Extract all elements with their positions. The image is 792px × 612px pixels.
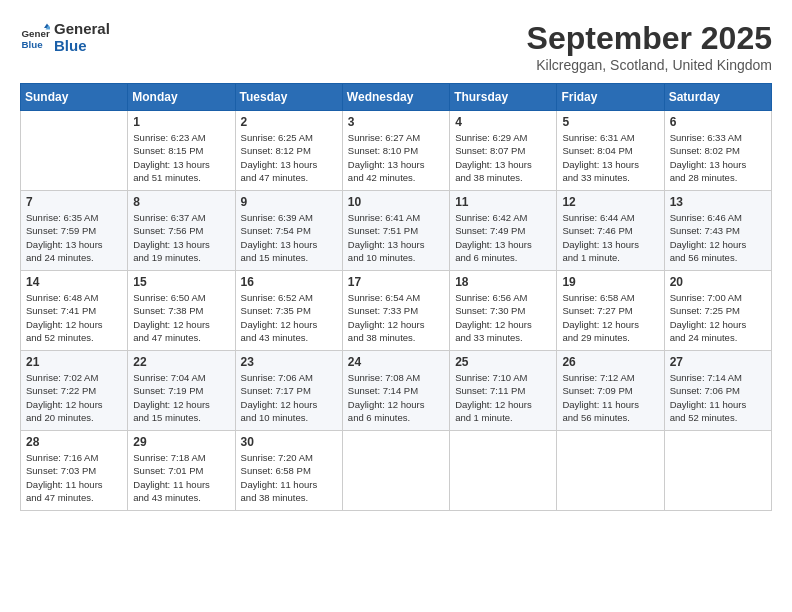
day-number: 8 <box>133 195 229 209</box>
day-number: 14 <box>26 275 122 289</box>
calendar-day-cell: 3Sunrise: 6:27 AM Sunset: 8:10 PM Daylig… <box>342 111 449 191</box>
day-info: Sunrise: 6:37 AM Sunset: 7:56 PM Dayligh… <box>133 211 229 264</box>
calendar-day-cell <box>450 431 557 511</box>
day-info: Sunrise: 6:54 AM Sunset: 7:33 PM Dayligh… <box>348 291 444 344</box>
day-number: 7 <box>26 195 122 209</box>
day-number: 21 <box>26 355 122 369</box>
calendar-day-cell: 20Sunrise: 7:00 AM Sunset: 7:25 PM Dayli… <box>664 271 771 351</box>
day-info: Sunrise: 7:12 AM Sunset: 7:09 PM Dayligh… <box>562 371 658 424</box>
calendar-day-cell: 13Sunrise: 6:46 AM Sunset: 7:43 PM Dayli… <box>664 191 771 271</box>
weekday-header-cell: Saturday <box>664 84 771 111</box>
day-number: 29 <box>133 435 229 449</box>
day-number: 6 <box>670 115 766 129</box>
weekday-header-cell: Friday <box>557 84 664 111</box>
day-number: 27 <box>670 355 766 369</box>
calendar-day-cell <box>342 431 449 511</box>
month-title: September 2025 <box>527 20 772 57</box>
day-info: Sunrise: 7:14 AM Sunset: 7:06 PM Dayligh… <box>670 371 766 424</box>
calendar-day-cell: 5Sunrise: 6:31 AM Sunset: 8:04 PM Daylig… <box>557 111 664 191</box>
location: Kilcreggan, Scotland, United Kingdom <box>527 57 772 73</box>
calendar-day-cell: 8Sunrise: 6:37 AM Sunset: 7:56 PM Daylig… <box>128 191 235 271</box>
day-info: Sunrise: 6:33 AM Sunset: 8:02 PM Dayligh… <box>670 131 766 184</box>
calendar-week-row: 21Sunrise: 7:02 AM Sunset: 7:22 PM Dayli… <box>21 351 772 431</box>
calendar-day-cell: 23Sunrise: 7:06 AM Sunset: 7:17 PM Dayli… <box>235 351 342 431</box>
calendar-day-cell: 16Sunrise: 6:52 AM Sunset: 7:35 PM Dayli… <box>235 271 342 351</box>
day-number: 16 <box>241 275 337 289</box>
day-info: Sunrise: 6:35 AM Sunset: 7:59 PM Dayligh… <box>26 211 122 264</box>
day-number: 3 <box>348 115 444 129</box>
day-info: Sunrise: 6:29 AM Sunset: 8:07 PM Dayligh… <box>455 131 551 184</box>
calendar-day-cell: 19Sunrise: 6:58 AM Sunset: 7:27 PM Dayli… <box>557 271 664 351</box>
calendar-day-cell: 27Sunrise: 7:14 AM Sunset: 7:06 PM Dayli… <box>664 351 771 431</box>
calendar-day-cell: 4Sunrise: 6:29 AM Sunset: 8:07 PM Daylig… <box>450 111 557 191</box>
day-info: Sunrise: 6:52 AM Sunset: 7:35 PM Dayligh… <box>241 291 337 344</box>
day-info: Sunrise: 7:08 AM Sunset: 7:14 PM Dayligh… <box>348 371 444 424</box>
day-number: 5 <box>562 115 658 129</box>
day-info: Sunrise: 7:16 AM Sunset: 7:03 PM Dayligh… <box>26 451 122 504</box>
day-number: 18 <box>455 275 551 289</box>
day-number: 10 <box>348 195 444 209</box>
calendar-day-cell: 17Sunrise: 6:54 AM Sunset: 7:33 PM Dayli… <box>342 271 449 351</box>
calendar-day-cell <box>557 431 664 511</box>
calendar-day-cell: 1Sunrise: 6:23 AM Sunset: 8:15 PM Daylig… <box>128 111 235 191</box>
day-number: 20 <box>670 275 766 289</box>
calendar-day-cell: 7Sunrise: 6:35 AM Sunset: 7:59 PM Daylig… <box>21 191 128 271</box>
day-info: Sunrise: 7:10 AM Sunset: 7:11 PM Dayligh… <box>455 371 551 424</box>
day-number: 2 <box>241 115 337 129</box>
day-info: Sunrise: 7:20 AM Sunset: 6:58 PM Dayligh… <box>241 451 337 504</box>
day-info: Sunrise: 6:46 AM Sunset: 7:43 PM Dayligh… <box>670 211 766 264</box>
day-info: Sunrise: 6:39 AM Sunset: 7:54 PM Dayligh… <box>241 211 337 264</box>
day-info: Sunrise: 7:02 AM Sunset: 7:22 PM Dayligh… <box>26 371 122 424</box>
day-info: Sunrise: 6:25 AM Sunset: 8:12 PM Dayligh… <box>241 131 337 184</box>
weekday-header-row: SundayMondayTuesdayWednesdayThursdayFrid… <box>21 84 772 111</box>
calendar-day-cell: 6Sunrise: 6:33 AM Sunset: 8:02 PM Daylig… <box>664 111 771 191</box>
calendar-day-cell: 15Sunrise: 6:50 AM Sunset: 7:38 PM Dayli… <box>128 271 235 351</box>
day-number: 15 <box>133 275 229 289</box>
calendar-day-cell: 22Sunrise: 7:04 AM Sunset: 7:19 PM Dayli… <box>128 351 235 431</box>
calendar-day-cell: 18Sunrise: 6:56 AM Sunset: 7:30 PM Dayli… <box>450 271 557 351</box>
weekday-header-cell: Tuesday <box>235 84 342 111</box>
calendar-day-cell: 30Sunrise: 7:20 AM Sunset: 6:58 PM Dayli… <box>235 431 342 511</box>
day-info: Sunrise: 6:56 AM Sunset: 7:30 PM Dayligh… <box>455 291 551 344</box>
calendar-day-cell: 12Sunrise: 6:44 AM Sunset: 7:46 PM Dayli… <box>557 191 664 271</box>
day-info: Sunrise: 6:58 AM Sunset: 7:27 PM Dayligh… <box>562 291 658 344</box>
page-header: General Blue General Blue September 2025… <box>20 20 772 73</box>
day-info: Sunrise: 7:06 AM Sunset: 7:17 PM Dayligh… <box>241 371 337 424</box>
day-info: Sunrise: 6:48 AM Sunset: 7:41 PM Dayligh… <box>26 291 122 344</box>
weekday-header-cell: Thursday <box>450 84 557 111</box>
weekday-header-cell: Monday <box>128 84 235 111</box>
day-number: 19 <box>562 275 658 289</box>
calendar-day-cell: 11Sunrise: 6:42 AM Sunset: 7:49 PM Dayli… <box>450 191 557 271</box>
calendar-day-cell: 25Sunrise: 7:10 AM Sunset: 7:11 PM Dayli… <box>450 351 557 431</box>
svg-text:Blue: Blue <box>22 39 44 50</box>
calendar-day-cell: 29Sunrise: 7:18 AM Sunset: 7:01 PM Dayli… <box>128 431 235 511</box>
day-number: 28 <box>26 435 122 449</box>
day-number: 11 <box>455 195 551 209</box>
day-number: 30 <box>241 435 337 449</box>
day-number: 4 <box>455 115 551 129</box>
day-info: Sunrise: 7:00 AM Sunset: 7:25 PM Dayligh… <box>670 291 766 344</box>
calendar-day-cell: 10Sunrise: 6:41 AM Sunset: 7:51 PM Dayli… <box>342 191 449 271</box>
day-number: 9 <box>241 195 337 209</box>
day-info: Sunrise: 6:23 AM Sunset: 8:15 PM Dayligh… <box>133 131 229 184</box>
day-info: Sunrise: 6:50 AM Sunset: 7:38 PM Dayligh… <box>133 291 229 344</box>
calendar-week-row: 28Sunrise: 7:16 AM Sunset: 7:03 PM Dayli… <box>21 431 772 511</box>
logo-general: General <box>54 20 110 37</box>
calendar-week-row: 1Sunrise: 6:23 AM Sunset: 8:15 PM Daylig… <box>21 111 772 191</box>
day-number: 24 <box>348 355 444 369</box>
day-number: 25 <box>455 355 551 369</box>
day-info: Sunrise: 7:04 AM Sunset: 7:19 PM Dayligh… <box>133 371 229 424</box>
weekday-header-cell: Wednesday <box>342 84 449 111</box>
day-number: 22 <box>133 355 229 369</box>
calendar-day-cell: 14Sunrise: 6:48 AM Sunset: 7:41 PM Dayli… <box>21 271 128 351</box>
day-info: Sunrise: 7:18 AM Sunset: 7:01 PM Dayligh… <box>133 451 229 504</box>
day-number: 26 <box>562 355 658 369</box>
weekday-header-cell: Sunday <box>21 84 128 111</box>
day-info: Sunrise: 6:27 AM Sunset: 8:10 PM Dayligh… <box>348 131 444 184</box>
logo: General Blue General Blue <box>20 20 110 54</box>
calendar-day-cell: 2Sunrise: 6:25 AM Sunset: 8:12 PM Daylig… <box>235 111 342 191</box>
calendar-day-cell: 21Sunrise: 7:02 AM Sunset: 7:22 PM Dayli… <box>21 351 128 431</box>
calendar-table: SundayMondayTuesdayWednesdayThursdayFrid… <box>20 83 772 511</box>
logo-icon: General Blue <box>20 22 50 52</box>
day-number: 17 <box>348 275 444 289</box>
